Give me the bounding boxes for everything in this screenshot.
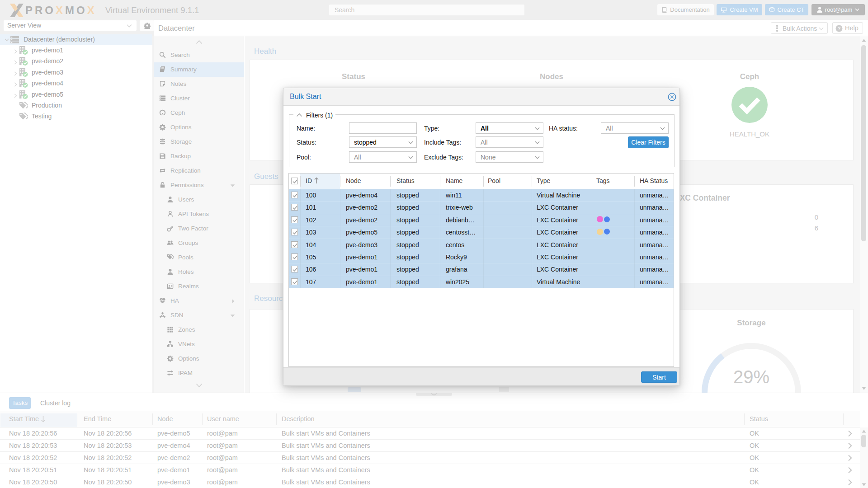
svg-text:?: ? [838,26,841,31]
